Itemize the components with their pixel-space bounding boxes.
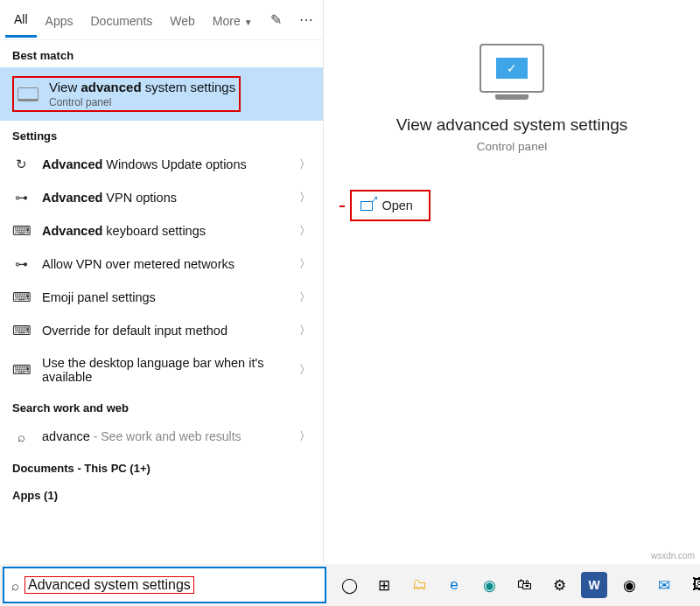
search-icon: ⌕ — [12, 429, 30, 444]
chevron-right-icon: 〉 — [299, 223, 311, 239]
best-match-title: View advanced system settings — [49, 80, 235, 94]
search-icon: ⌕ — [11, 578, 19, 593]
word-icon[interactable]: W — [581, 572, 607, 598]
chevron-down-icon: ▼ — [244, 17, 253, 27]
computer-icon — [18, 87, 38, 101]
feedback-icon[interactable]: ✎ — [262, 11, 290, 28]
search-input[interactable]: ⌕ Advanced system settings — [3, 567, 326, 603]
web-search-item[interactable]: ⌕ advance - See work and web results 〉 — [0, 420, 323, 453]
chevron-right-icon: 〉 — [299, 256, 311, 272]
settings-item-label: Advanced Windows Update options — [42, 157, 287, 171]
settings-item-label: Advanced VPN options — [42, 191, 287, 205]
section-documents[interactable]: Documents - This PC (1+) — [0, 453, 323, 480]
cortana-icon[interactable]: ◯ — [336, 572, 362, 598]
settings-item[interactable]: ⊶Advanced VPN options〉 — [0, 181, 323, 214]
mail-icon[interactable]: ✉ — [651, 572, 677, 598]
section-settings: Settings — [0, 121, 323, 148]
settings-item[interactable]: ⌨Advanced keyboard settings〉 — [0, 214, 323, 247]
edge-icon[interactable]: ◉ — [476, 572, 502, 598]
task-view-icon[interactable]: ⊞ — [371, 572, 397, 598]
section-search-web: Search work and web — [0, 393, 323, 420]
tab-web[interactable]: Web — [161, 3, 204, 37]
tab-apps[interactable]: Apps — [37, 3, 82, 37]
settings-item-icon: ⌨ — [12, 289, 30, 305]
settings-item-label: Emoji panel settings — [42, 290, 287, 304]
settings-item[interactable]: ⊶Allow VPN over metered networks〉 — [0, 247, 323, 281]
best-match-subtitle: Control panel — [49, 96, 235, 108]
settings-item-icon: ⊶ — [12, 190, 30, 205]
file-explorer-icon[interactable]: 🗂 — [406, 572, 432, 598]
best-match-result[interactable]: View advanced system settings Control pa… — [0, 67, 323, 121]
chevron-right-icon: 〉 — [299, 157, 311, 172]
preview-subtitle: Control panel — [341, 140, 682, 153]
open-button[interactable]: Open — [350, 190, 430, 221]
settings-item[interactable]: ⌨Use the desktop language bar when it's … — [0, 347, 323, 393]
settings-item-icon: ⌨ — [12, 362, 30, 378]
settings-item[interactable]: ↻Advanced Windows Update options〉 — [0, 148, 323, 181]
tab-more[interactable]: More▼ — [204, 3, 262, 37]
settings-item-label: Allow VPN over metered networks — [42, 257, 287, 271]
photos-icon[interactable]: 🖼 — [686, 572, 700, 598]
settings-item-label: Advanced keyboard settings — [42, 224, 287, 238]
search-tabs: All Apps Documents Web More▼ ✎ ⋯ — [0, 0, 323, 40]
section-best-match: Best match — [0, 40, 323, 67]
chrome-icon[interactable]: ◉ — [616, 572, 642, 598]
computer-icon: ✓ — [480, 44, 544, 93]
open-icon — [360, 201, 373, 211]
tab-all[interactable]: All — [5, 2, 37, 38]
settings-item-icon: ⌨ — [12, 223, 30, 239]
store-icon[interactable]: 🛍 — [511, 572, 537, 598]
chevron-right-icon: 〉 — [299, 323, 311, 338]
settings-item[interactable]: ⌨Override for default input method〉 — [0, 314, 323, 347]
chevron-right-icon: 〉 — [299, 428, 311, 444]
chevron-right-icon: 〉 — [299, 289, 311, 305]
settings-item-label: Override for default input method — [42, 324, 287, 338]
section-apps[interactable]: Apps (1) — [0, 480, 323, 507]
settings-icon[interactable]: ⚙ — [546, 572, 572, 598]
settings-item-label: Use the desktop language bar when it's a… — [42, 356, 287, 384]
result-preview: ✓ View advanced system settings Control … — [324, 0, 700, 162]
taskbar: ⌕ Advanced system settings ◯ ⊞ 🗂 e ◉ 🛍 ⚙… — [0, 564, 700, 606]
chevron-right-icon: 〉 — [299, 362, 311, 378]
preview-title: View advanced system settings — [341, 115, 682, 135]
settings-item[interactable]: ⌨Emoji panel settings〉 — [0, 281, 323, 314]
chevron-right-icon: 〉 — [299, 190, 311, 205]
settings-item-icon: ↻ — [12, 157, 30, 172]
more-options-icon[interactable]: ⋯ — [290, 11, 322, 28]
edge-legacy-icon[interactable]: e — [441, 572, 467, 598]
tab-documents[interactable]: Documents — [81, 3, 161, 37]
settings-item-icon: ⊶ — [12, 256, 30, 272]
watermark: wsxdn.com — [651, 551, 695, 561]
settings-item-icon: ⌨ — [12, 323, 30, 338]
